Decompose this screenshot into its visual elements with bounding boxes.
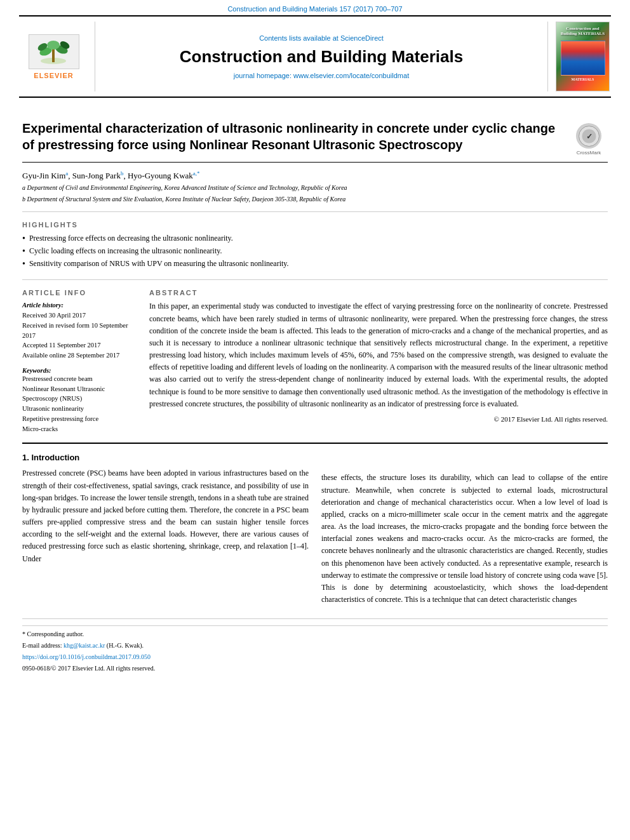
intro-col-right: these effects, the structure loses its d… xyxy=(321,453,608,606)
article-info-abstract-section: ARTICLE INFO Article history: Received 3… xyxy=(22,289,608,434)
intro-text-right: these effects, the structure loses its d… xyxy=(321,472,608,606)
intro-para-left: Prestressed concrete (PSC) beams have be… xyxy=(22,469,309,563)
journal-cover-image: Construction and Building MATERIALS MATE… xyxy=(556,22,610,91)
elsevier-brand-text: ELSEVIER xyxy=(34,72,73,79)
sciencedirect-label: Contents lists available at xyxy=(259,34,338,42)
author2: Sun-Jong Park xyxy=(72,171,121,180)
doi-link[interactable]: https://doi.org/10.1016/j.conbuildmat.20… xyxy=(22,653,151,660)
section-number: 1. xyxy=(22,453,29,462)
cover-title-text: Construction and Building MATERIALS xyxy=(561,26,605,36)
crossmark-badge[interactable]: ✓ CrossMark xyxy=(570,123,608,156)
abstract-col: ABSTRACT In this paper, an experimental … xyxy=(149,289,608,434)
keyword-2: Nonlinear Resonant Ultrasonic Spectrosco… xyxy=(22,384,137,404)
abstract-text: In this paper, an experimental study was… xyxy=(149,300,608,410)
copyright-line: © 2017 Elsevier Ltd. All rights reserved… xyxy=(149,415,608,423)
history-label: Article history: xyxy=(22,300,137,310)
received-date: Received 30 April 2017 xyxy=(22,310,137,321)
crossmark-label: CrossMark xyxy=(577,150,601,156)
author3: Hyo-Gyoung Kwak xyxy=(128,171,193,180)
article-info-col: ARTICLE INFO Article history: Received 3… xyxy=(22,289,137,434)
email-label-text: E-mail address: xyxy=(22,642,62,649)
highlight-text-2: Cyclic loading effects on increasing the… xyxy=(29,246,222,256)
corresponding-text: * Corresponding author. xyxy=(22,630,84,637)
highlights-label: HIGHLIGHTS xyxy=(22,221,608,229)
email-address[interactable]: khg@kaist.ac.kr xyxy=(64,642,105,649)
section-heading: 1. Introduction xyxy=(22,453,309,462)
section-divider xyxy=(22,443,608,444)
footer-section: * Corresponding author. E-mail address: … xyxy=(22,618,608,673)
keyword-1: Prestressed concrete beam xyxy=(22,374,137,384)
journal-header-center: Contents lists available at ScienceDirec… xyxy=(95,22,547,91)
author1: Gyu-Jin Kim xyxy=(22,171,65,180)
intro-text-left: Prestressed concrete (PSC) beams have be… xyxy=(22,467,309,565)
introduction-section: 1. Introduction Prestressed concrete (PS… xyxy=(22,453,608,606)
highlights-section: HIGHLIGHTS • Prestressing force effects … xyxy=(22,221,608,280)
homepage-text: journal homepage: www.elsevier.com/locat… xyxy=(234,72,409,79)
affiliation-a: a Department of Civil and Environmental … xyxy=(22,183,608,192)
article-history: Article history: Received 30 April 2017 … xyxy=(22,300,137,361)
issn-text: 0950-0618/© 2017 Elsevier Ltd. All right… xyxy=(22,665,155,672)
corresponding-note: * Corresponding author. xyxy=(22,630,608,639)
highlight-item-2: • Cyclic loading effects on increasing t… xyxy=(22,246,608,257)
bullet-3: • xyxy=(22,259,25,269)
journal-header-left: ELSEVIER xyxy=(19,22,95,91)
issn-line: 0950-0618/© 2017 Elsevier Ltd. All right… xyxy=(22,664,608,673)
elsevier-logo: ELSEVIER xyxy=(29,34,79,79)
svg-rect-1 xyxy=(52,48,55,62)
article-info-label: ARTICLE INFO xyxy=(22,289,137,297)
author1-sup: a xyxy=(65,170,68,177)
authors-section: Gyu-Jin Kima, Sun-Jong Parkb, Hyo-Gyoung… xyxy=(22,170,608,212)
doi-line: https://doi.org/10.1016/j.conbuildmat.20… xyxy=(22,653,608,662)
footer-divider xyxy=(22,625,608,626)
bullet-2: • xyxy=(22,246,25,257)
keyword-5: Micro-cracks xyxy=(22,424,137,434)
keyword-3: Ultrasonic nonlinearity xyxy=(22,404,137,414)
accepted-date: Accepted 11 September 2017 xyxy=(22,340,137,350)
email-name-text: (H.-G. Kwak). xyxy=(107,642,144,649)
email-note: E-mail address: khg@kaist.ac.kr (H.-G. K… xyxy=(22,641,608,650)
top-citation: Construction and Building Materials 157 … xyxy=(0,0,630,15)
page-container: Construction and Building Materials 157 … xyxy=(0,0,630,688)
intro-col-left: 1. Introduction Prestressed concrete (PS… xyxy=(22,453,309,606)
keywords-label: Keywords: xyxy=(22,367,137,374)
author2-sup: b xyxy=(121,170,124,177)
keywords-section: Keywords: Prestressed concrete beam Nonl… xyxy=(22,367,137,434)
sciencedirect-line: Contents lists available at ScienceDirec… xyxy=(259,34,384,42)
highlight-item-3: • Sensitivity comparison of NRUS with UP… xyxy=(22,259,608,269)
crossmark-icon: ✓ xyxy=(576,123,601,149)
journal-homepage: journal homepage: www.elsevier.com/locat… xyxy=(234,72,409,79)
journal-header-right: Construction and Building MATERIALS MATE… xyxy=(547,22,611,91)
elsevier-logo-image xyxy=(29,34,79,69)
sciencedirect-link[interactable]: ScienceDirect xyxy=(340,34,384,42)
keyword-4: Repetitive prestressing force xyxy=(22,414,137,424)
authors-line: Gyu-Jin Kima, Sun-Jong Parkb, Hyo-Gyoung… xyxy=(22,170,608,181)
section-title: Introduction xyxy=(31,453,79,462)
journal-title: Construction and Building Materials xyxy=(180,47,463,67)
intro-para-right: these effects, the structure loses its d… xyxy=(321,473,608,604)
article-title-section: Experimental characterization of ultraso… xyxy=(22,120,608,163)
highlight-text-1: Prestressing force effects on decreasing… xyxy=(29,234,233,243)
citation-text: Construction and Building Materials 157 … xyxy=(227,5,402,13)
highlight-item-1: • Prestressing force effects on decreasi… xyxy=(22,234,608,244)
bullet-1: • xyxy=(22,234,25,244)
author3-sup: a,* xyxy=(193,170,200,177)
available-date: Available online 28 September 2017 xyxy=(22,350,137,361)
highlight-text-3: Sensitivity comparison of NRUS with UPV … xyxy=(29,259,289,269)
affiliation-b: b Department of Structural System and Si… xyxy=(22,195,608,204)
main-content: Experimental characterization of ultraso… xyxy=(0,98,630,688)
revised-date: Received in revised form 10 September 20… xyxy=(22,321,137,341)
journal-header: ELSEVIER Contents lists available at Sci… xyxy=(19,15,611,98)
svg-text:✓: ✓ xyxy=(586,132,592,141)
svg-point-4 xyxy=(47,41,60,50)
abstract-label: ABSTRACT xyxy=(149,289,608,297)
article-title: Experimental characterization of ultraso… xyxy=(22,120,570,153)
